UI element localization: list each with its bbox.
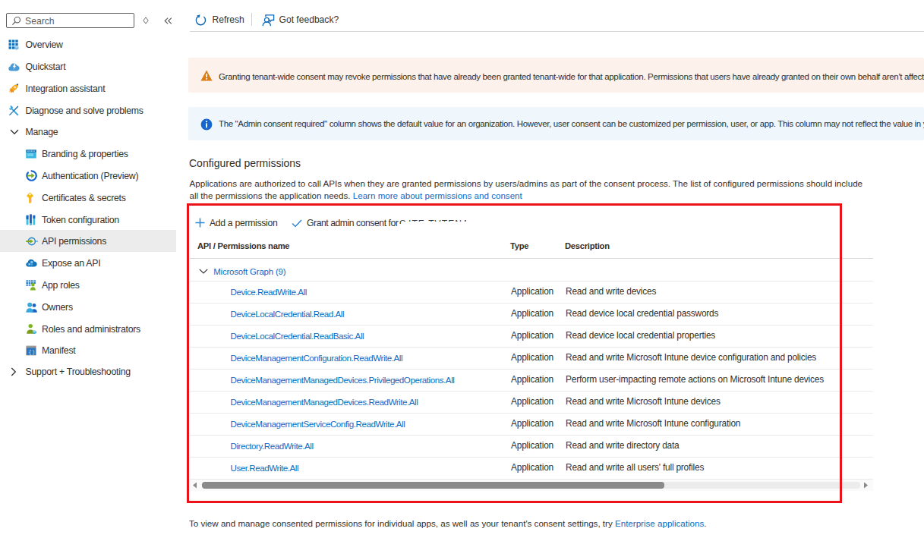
svg-text:{): {) — [28, 349, 35, 355]
svg-text:MW: MW — [27, 153, 34, 156]
